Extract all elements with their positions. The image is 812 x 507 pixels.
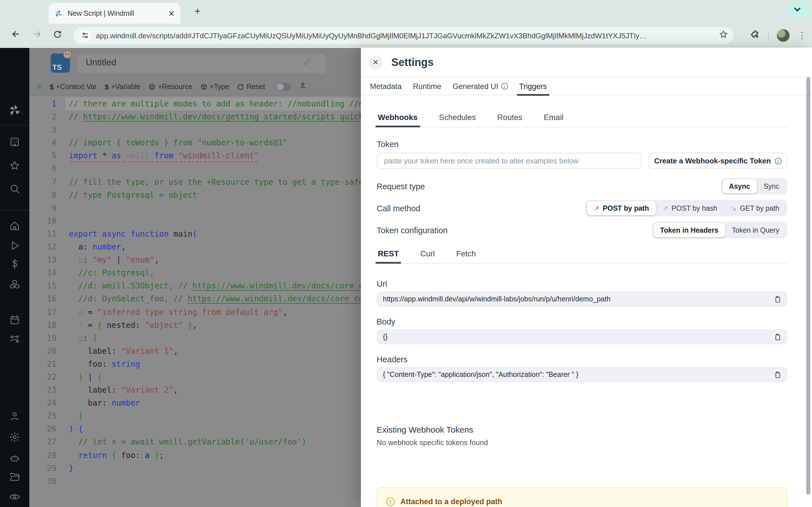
edit-title-icon[interactable]	[304, 57, 311, 68]
code-line[interactable]: 9	[29, 202, 361, 215]
bookmark-star-icon[interactable]	[719, 30, 728, 41]
code-line[interactable]: 12 a: number,	[29, 240, 361, 253]
headers-field[interactable]: { "Content-Type": "application/json", "A…	[377, 367, 787, 382]
variables-dollar-icon[interactable]	[0, 259, 29, 270]
code-line[interactable]: 25 }	[29, 410, 361, 423]
profile-avatar[interactable]	[776, 29, 790, 42]
tab-triggers[interactable]: Triggers	[513, 77, 552, 95]
routes-flow-icon[interactable]	[0, 334, 29, 345]
code-line[interactable]: 4// import { toWords } from "number-to-w…	[29, 136, 361, 150]
toolbar-type-button[interactable]: +Type	[200, 83, 229, 91]
code-line[interactable]: 14 //c: Postgresql,	[29, 267, 361, 279]
body-field[interactable]: {}	[377, 330, 787, 344]
code-line[interactable]: 13 b: "my" | "enum",	[29, 253, 361, 267]
toolbar-resource-button[interactable]: +Resource	[148, 83, 192, 91]
line-number: 21	[29, 358, 56, 371]
toolbar-variable-button[interactable]: $+Variable	[105, 82, 140, 91]
tab-runtime[interactable]: Runtime	[407, 77, 447, 95]
script-title[interactable]: Untitled	[86, 57, 116, 68]
copy-clipboard-icon[interactable]	[774, 295, 781, 303]
trigger-tab-routes[interactable]: Routes	[496, 113, 523, 127]
code-line[interactable]: 1// there are multiple modes to add as h…	[29, 98, 361, 110]
url-field[interactable]: https://app.windmill.dev/api/w/windmill-…	[377, 292, 787, 306]
resources-cubes-icon[interactable]	[0, 279, 29, 290]
folders-folder-icon[interactable]	[0, 471, 29, 483]
token-input[interactable]: paste your token here once created to al…	[377, 153, 642, 169]
call-method-post-by-path[interactable]: ↗POST by path	[587, 201, 656, 215]
code-line[interactable]: 27 // let x = await wmill.getVariable('u…	[29, 436, 361, 449]
workers-robot-icon[interactable]	[0, 453, 29, 464]
new-tab-button[interactable]: +	[195, 6, 200, 17]
extensions-icon[interactable]	[751, 30, 760, 41]
example-tab-fetch[interactable]: Fetch	[455, 249, 477, 263]
search-icon[interactable]	[0, 183, 29, 194]
code-token: :	[83, 333, 93, 342]
code-line[interactable]: 6	[29, 163, 361, 175]
browser-menu-icon[interactable]: ⋮	[798, 31, 806, 41]
code-line[interactable]: 3	[29, 123, 361, 136]
diff-toggle[interactable]	[276, 83, 291, 91]
token-config-token-in-headers[interactable]: Token in Headers	[653, 223, 725, 237]
toolbar-contextvar-button[interactable]: $+Context Var	[50, 82, 97, 91]
close-icon[interactable]: ✕	[368, 55, 383, 69]
code-line[interactable]: 17 e = "inferred type string from defaul…	[29, 305, 361, 319]
site-settings-icon[interactable]	[79, 29, 91, 42]
code-line[interactable]: 5import * as wmill from "windmill-client…	[29, 150, 361, 163]
request-sync[interactable]: Sync	[757, 179, 786, 193]
forward-icon[interactable]	[32, 29, 42, 42]
windmill-logo-icon[interactable]	[0, 103, 29, 118]
code-line[interactable]: 23 label: "Variant 2",	[29, 384, 361, 397]
runs-play-icon[interactable]	[0, 240, 29, 251]
back-icon[interactable]	[11, 29, 21, 42]
code-line[interactable]: 30	[29, 474, 361, 488]
code-line[interactable]: 15 //d: wmill.S3Object, // https://www.w…	[29, 280, 361, 293]
code-line[interactable]: 19 g: {	[29, 332, 361, 344]
favorites-star-icon[interactable]	[0, 160, 29, 171]
code-line[interactable]: 10	[29, 215, 361, 228]
settings-gear-icon[interactable]	[0, 432, 29, 443]
tab-close-icon[interactable]: ✕	[168, 9, 175, 18]
trigger-tab-email[interactable]: Email	[543, 113, 565, 127]
home-icon[interactable]	[0, 220, 29, 231]
code-line[interactable]: 18 f = { nested: "object" },	[29, 319, 361, 332]
window-chevron-button[interactable]	[787, 2, 808, 17]
code-line[interactable]: 11export async function main(	[29, 228, 361, 240]
users-person-icon[interactable]	[0, 411, 29, 422]
copy-clipboard-icon[interactable]	[774, 333, 781, 341]
code-line[interactable]: 24 bar: number	[29, 397, 361, 409]
url-text[interactable]: app.windmill.dev/scripts/add#JTdCJTIyaGF…	[96, 31, 714, 40]
trigger-tab-webhooks[interactable]: Webhooks	[377, 113, 419, 127]
example-tab-curl[interactable]: Curl	[419, 249, 436, 263]
code-token: {	[97, 372, 102, 381]
create-webhook-token-button[interactable]: Create a Webhook-specific Token i	[649, 153, 787, 169]
schedules-calendar-icon[interactable]	[0, 314, 29, 326]
request-async[interactable]: Async	[722, 179, 757, 193]
code-line[interactable]: 26) {	[29, 423, 361, 436]
code-line[interactable]: 2// https://www.windmill.dev/docs/gettin…	[29, 110, 361, 123]
browser-tab[interactable]: New Script | Windmill ✕	[49, 3, 181, 24]
url-bar[interactable]: app.windmill.dev/scripts/add#JTdCJTIyaGF…	[73, 27, 733, 44]
drawer-scrollbar[interactable]	[806, 77, 810, 495]
tab-metadata[interactable]: Metadata	[364, 77, 407, 95]
trigger-tab-schedules[interactable]: Schedules	[438, 113, 477, 127]
code-area[interactable]: 1// there are multiple modes to add as h…	[29, 96, 361, 507]
code-line[interactable]: 29}	[29, 462, 361, 474]
code-line[interactable]: 20 label: "Variant 1",	[29, 345, 361, 358]
copy-clipboard-icon[interactable]	[774, 371, 781, 379]
call-method-get-by-path[interactable]: ↘GET by path	[724, 201, 786, 215]
code-line[interactable]: 8// type Postgresql = object	[29, 188, 361, 202]
tab-generated-ui[interactable]: Generated UIi	[447, 77, 513, 95]
token-config-token-in-query[interactable]: Token in Query	[725, 223, 786, 237]
toolbar-button-label: +Resource	[158, 83, 192, 91]
code-line[interactable]: 22 } | {	[29, 371, 361, 384]
code-line[interactable]: 16 //d: DynSelect_foo, // https://www.wi…	[29, 293, 361, 305]
audit-eye-icon[interactable]	[0, 491, 29, 503]
workspace-building-icon[interactable]	[0, 136, 29, 148]
reload-icon[interactable]	[53, 30, 62, 41]
call-method-post-by-hash[interactable]: ↗POST by hash	[656, 201, 724, 215]
code-line[interactable]: 21 foo: string	[29, 358, 361, 371]
example-tab-rest[interactable]: REST	[377, 249, 400, 263]
code-line[interactable]: 7// fill the type, or use the +Resource …	[29, 175, 361, 188]
code-line[interactable]: 28 return { foo: a };	[29, 449, 361, 462]
toolbar-reset-button[interactable]: Reset	[237, 83, 265, 91]
